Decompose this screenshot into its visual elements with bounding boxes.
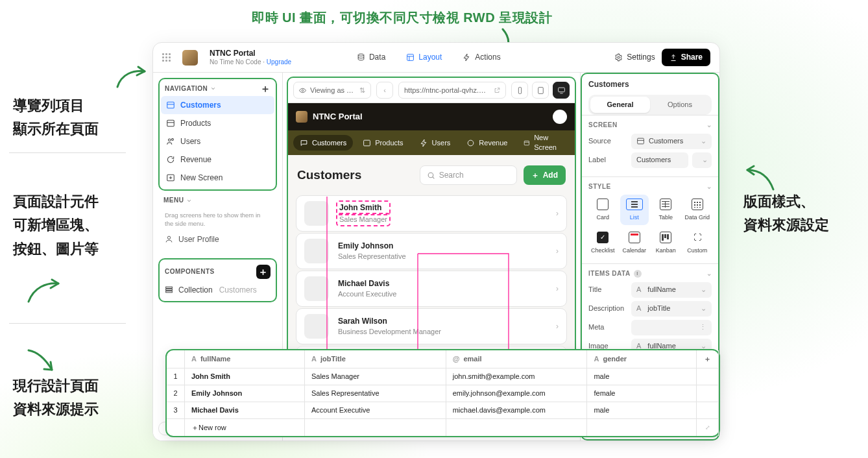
description-dropdown[interactable]: AjobTitle⌄	[631, 301, 712, 317]
sidebar-item-label: Revenue	[180, 154, 211, 165]
sidebar-item-products[interactable]: Products	[161, 114, 274, 132]
icon-picker[interactable]: ⌄	[692, 152, 712, 168]
table-header[interactable]: AjobTitle	[305, 350, 446, 368]
page-title: Customers	[297, 167, 361, 184]
add-component-button[interactable]: ＋	[256, 265, 271, 279]
search-input[interactable]: Search	[420, 165, 517, 185]
back-button[interactable]: ‹	[376, 82, 393, 99]
tab-layout[interactable]: Layout	[401, 49, 447, 66]
data-table: AfullName AjobTitle @email Agender ＋ 1 J…	[165, 349, 720, 437]
seg-options[interactable]: Options	[650, 97, 710, 113]
list-thumb-icon	[304, 314, 329, 339]
apps-grid-icon[interactable]	[162, 53, 171, 62]
preview-tab-users[interactable]: Users	[413, 135, 457, 151]
bolt-icon	[420, 139, 428, 147]
seg-general[interactable]: General	[590, 97, 650, 113]
description-label: Description	[588, 304, 627, 313]
chat-icon	[300, 139, 308, 147]
list-job: Business Development Manager	[338, 327, 441, 337]
info-icon[interactable]: i	[634, 270, 642, 278]
upgrade-link[interactable]: Upgrade	[267, 58, 291, 66]
table-icon	[363, 139, 371, 147]
chevron-down-icon[interactable]	[186, 197, 192, 205]
preview-tab-customers[interactable]: Customers	[293, 135, 353, 151]
list-job: Account Executive	[338, 289, 397, 299]
table-header[interactable]: AfullName	[185, 350, 305, 368]
svg-rect-14	[538, 87, 543, 93]
chevron-right-icon: ›	[556, 208, 559, 219]
list-item[interactable]: John Smith Sales Manager ›	[296, 195, 567, 232]
menu-label: MENU	[163, 196, 184, 205]
tab-actions[interactable]: Actions	[457, 49, 505, 66]
chevron-down-icon[interactable]: ⌄	[706, 182, 712, 191]
sidebar-item-users[interactable]: Users	[161, 132, 274, 151]
meta-dropdown[interactable]: ⋮	[631, 320, 712, 335]
list-item[interactable]: Emily Johnson Sales Representative ›	[296, 233, 567, 269]
preview-title: NTNC Portal	[313, 111, 553, 123]
share-button[interactable]: Share	[662, 49, 710, 66]
bolt-icon	[463, 53, 471, 62]
svg-rect-10	[166, 289, 173, 291]
menu-item-user-profile[interactable]: User Profile	[160, 231, 276, 248]
users-icon	[166, 137, 175, 146]
device-tablet-button[interactable]	[532, 82, 549, 99]
title-dropdown[interactable]: AfullName⌄	[631, 282, 712, 298]
viewing-as-dropdown[interactable]: Viewing as NoT… ⇅	[293, 82, 371, 99]
url-bar[interactable]: https://ntnc-portal-qvhz.glide.pag…	[398, 82, 506, 99]
style-card[interactable]: Card	[588, 195, 618, 225]
screen-section-label: SCREEN	[588, 121, 618, 130]
style-custom[interactable]: Custom	[683, 228, 712, 258]
add-button[interactable]: ＋ Add	[524, 165, 566, 185]
open-external-icon[interactable]	[494, 86, 500, 95]
svg-point-0	[358, 54, 364, 56]
source-dropdown[interactable]: Customers⌄	[631, 134, 712, 149]
svg-rect-4	[167, 120, 175, 126]
table-header[interactable]: @email	[446, 350, 588, 368]
style-kanban[interactable]: Kanban	[651, 228, 681, 258]
gear-icon	[614, 53, 623, 62]
preview-tab-new-screen[interactable]: New Screen	[517, 130, 570, 156]
device-desktop-button[interactable]	[553, 82, 570, 99]
style-table[interactable]: Table	[651, 195, 681, 225]
annotation-right-1: 版面樣式、 資料來源設定	[743, 190, 829, 237]
menu-section: MENU Drag screens here to show them in t…	[158, 191, 277, 250]
style-checklist[interactable]: ✓Checklist	[588, 228, 618, 258]
label-input[interactable]: Customers	[631, 152, 688, 168]
component-collection[interactable]: Collection Customers	[161, 282, 274, 298]
label-label: Label	[588, 155, 627, 165]
table-header[interactable]: Agender	[587, 350, 697, 368]
settings-button[interactable]: Settings	[614, 52, 655, 62]
preview-tab-revenue[interactable]: Revenue	[460, 135, 514, 151]
chevron-right-icon: ›	[556, 246, 559, 256]
avatar[interactable]	[553, 110, 567, 124]
preview-tab-products[interactable]: Products	[356, 135, 409, 151]
refresh-icon	[166, 155, 175, 164]
style-list[interactable]: List	[620, 195, 649, 225]
style-data-grid[interactable]: Data Grid	[683, 195, 712, 225]
svg-point-17	[468, 140, 474, 146]
sidebar-item-revenue[interactable]: Revenue	[161, 151, 274, 169]
list-thumb-icon	[304, 276, 329, 301]
list-item[interactable]: Michael Davis Account Executive ›	[296, 271, 567, 307]
search-icon	[427, 171, 435, 180]
inspector-title: Customers	[582, 74, 718, 95]
expand-icon[interactable]: ⤢	[697, 419, 719, 436]
list-job: Sales Manager	[338, 215, 389, 224]
chevron-down-icon[interactable]: ⌄	[706, 121, 712, 130]
sidebar-item-new-screen[interactable]: New Screen	[161, 169, 274, 187]
add-column-button[interactable]: ＋	[697, 350, 719, 368]
tab-data[interactable]: Data	[352, 49, 391, 66]
sidebar-item-customers[interactable]: Customers	[161, 96, 274, 114]
new-row-button[interactable]: ＋ New row ⤢	[167, 419, 719, 436]
list-name: Sarah Wilson	[338, 316, 441, 326]
table-row[interactable]: 3 Michael Davis Account Executive michae…	[167, 402, 719, 419]
chevron-down-icon[interactable]	[210, 84, 216, 93]
chevron-right-icon: ›	[556, 283, 559, 294]
style-calendar[interactable]: Calendar	[620, 228, 649, 258]
list-item[interactable]: Sarah Wilson Business Development Manage…	[296, 308, 567, 344]
table-row[interactable]: 1 John Smith Sales Manager john.smith@ex…	[167, 368, 719, 385]
device-phone-button[interactable]	[511, 82, 528, 99]
table-row[interactable]: 2 Emily Johnson Sales Representative emi…	[167, 385, 719, 402]
desktop-icon	[557, 86, 566, 95]
chevron-down-icon[interactable]: ⌄	[706, 269, 712, 278]
